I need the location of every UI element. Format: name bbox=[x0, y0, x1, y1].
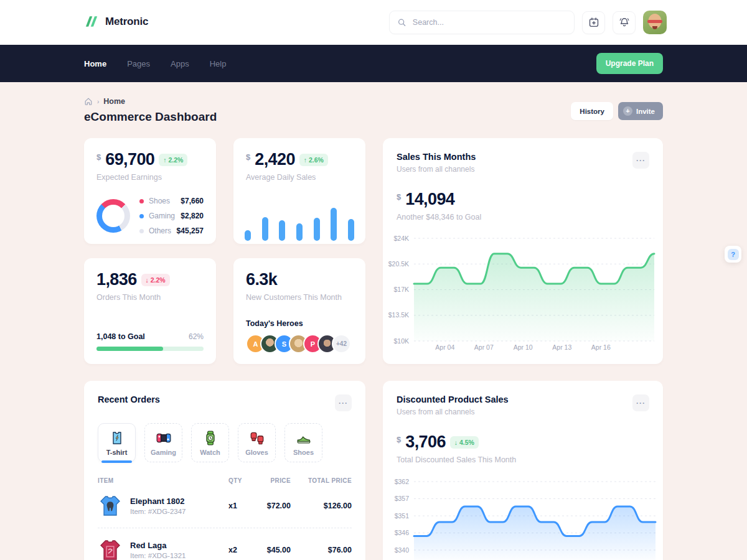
gaming-console-icon bbox=[156, 430, 172, 446]
delta-up-icon: ↑ bbox=[163, 156, 166, 164]
svg-text:$20.5K: $20.5K bbox=[388, 260, 409, 268]
cell-qty: x2 bbox=[216, 546, 247, 554]
blue-tshirt-thumbnail bbox=[98, 493, 123, 518]
avatar-glasses bbox=[647, 20, 662, 23]
card-menu-button[interactable]: ··· bbox=[335, 394, 352, 411]
metronic-logo-icon bbox=[84, 14, 100, 29]
svg-text:$346: $346 bbox=[395, 529, 410, 536]
tab-gaming[interactable]: Gaming bbox=[144, 423, 182, 462]
user-avatar[interactable] bbox=[643, 11, 667, 34]
tab-watch[interactable]: Watch bbox=[191, 423, 229, 462]
svg-text:$351: $351 bbox=[395, 512, 410, 520]
goal-label: 1,048 to Goal bbox=[96, 332, 145, 341]
customers-value: 6.3k bbox=[246, 271, 277, 288]
item-number: Item: #XDG-2347 bbox=[130, 508, 186, 515]
hero-avatar-more[interactable]: +42 bbox=[332, 334, 351, 353]
column-item: ITEM bbox=[98, 477, 216, 484]
invite-button[interactable]: + Invite bbox=[618, 102, 663, 120]
nav-item-pages[interactable]: Pages bbox=[127, 59, 150, 68]
earnings-donut-chart bbox=[96, 199, 130, 233]
svg-text:$24K: $24K bbox=[393, 235, 409, 242]
tab-shoes[interactable]: Shoes bbox=[284, 423, 322, 462]
breadcrumb-home[interactable]: Home bbox=[103, 97, 125, 106]
orders-value: 1,836 bbox=[96, 271, 137, 288]
svg-text:$13.5K: $13.5K bbox=[388, 311, 409, 319]
svg-text:$357: $357 bbox=[395, 495, 410, 502]
delta-value: 2.2% bbox=[168, 156, 183, 164]
orders-label: Orders This Month bbox=[96, 293, 204, 302]
column-total: TOTAL PRICE bbox=[291, 477, 352, 484]
svg-text:Apr 13: Apr 13 bbox=[552, 343, 571, 351]
discounted-label: Total Discounted Sales This Month bbox=[397, 455, 649, 464]
earnings-legend: Shoes $7,660 Gaming $2,820 Others $45,25… bbox=[139, 197, 204, 235]
sales-goal-text: Another $48,346 to Goal bbox=[397, 213, 649, 222]
legend-name: Gaming bbox=[149, 212, 181, 220]
legend-value: $2,820 bbox=[181, 212, 204, 220]
nav-item-home[interactable]: Home bbox=[84, 59, 106, 68]
upgrade-plan-button[interactable]: Upgrade Plan bbox=[596, 53, 663, 74]
sales-value: 14,094 bbox=[405, 190, 454, 208]
legend-dot bbox=[139, 214, 144, 218]
cell-total: $126.00 bbox=[291, 502, 352, 510]
recent-orders-card: Recent Orders ··· T-shirt Gaming bbox=[84, 381, 365, 560]
heroes-avatar-group: A S P +42 bbox=[246, 334, 351, 353]
card-menu-button[interactable]: ··· bbox=[632, 152, 649, 169]
card-title: Recent Orders bbox=[98, 394, 160, 404]
card-menu-button[interactable]: ··· bbox=[632, 394, 649, 411]
legend-name: Others bbox=[149, 226, 177, 235]
svg-text:Apr 16: Apr 16 bbox=[591, 343, 611, 351]
legend-dot bbox=[139, 229, 144, 233]
svg-text:Apr 07: Apr 07 bbox=[474, 343, 494, 351]
svg-text:$362: $362 bbox=[395, 478, 410, 485]
invite-label: Invite bbox=[636, 108, 655, 115]
brand-logo[interactable]: Metronic bbox=[84, 14, 148, 29]
tab-tshirt[interactable]: T-shirt bbox=[98, 423, 136, 462]
daily-sales-value: 2,420 bbox=[255, 151, 295, 168]
expected-earnings-label: Expected Earnings bbox=[96, 173, 204, 182]
svg-text:$340: $340 bbox=[395, 546, 410, 554]
column-price: PRICE bbox=[247, 477, 291, 484]
card-title: Sales This Months bbox=[397, 152, 476, 162]
card-header: Sales This Months Users from all channel… bbox=[397, 152, 649, 174]
column-qty: QTY bbox=[216, 477, 247, 484]
expected-earnings-card: $ 69,700 ↑ 2.2% Expected Earnings Shoes … bbox=[84, 138, 216, 244]
legend-row-others: Others $45,257 bbox=[139, 226, 204, 235]
item-name[interactable]: Elephant 1802 bbox=[130, 497, 186, 506]
sales-line-chart: $24K$20.5K$17K$13.5K$10KApr 04Apr 07Apr … bbox=[383, 231, 663, 362]
notifications-button[interactable] bbox=[613, 11, 636, 34]
customers-stat: 6.3k bbox=[246, 271, 353, 288]
daily-sales-bar-chart bbox=[245, 206, 354, 241]
legend-dot bbox=[139, 199, 144, 203]
search-icon bbox=[398, 18, 406, 27]
discounted-sales-card: Discounted Product Sales Users from all … bbox=[383, 381, 663, 560]
search-input[interactable] bbox=[411, 17, 566, 27]
nav-item-apps[interactable]: Apps bbox=[171, 59, 189, 68]
item-cell: Red Laga Item: #XDG-1321 bbox=[98, 538, 216, 560]
red-tshirt-thumbnail bbox=[98, 538, 123, 560]
expected-earnings-value: 69,700 bbox=[105, 151, 154, 168]
delta-value: 2.6% bbox=[309, 156, 324, 164]
history-button[interactable]: History bbox=[571, 102, 613, 120]
legend-value: $45,257 bbox=[177, 226, 204, 235]
discounted-value: 3,706 bbox=[405, 433, 446, 450]
item-number: Item: #XDG-1321 bbox=[130, 552, 186, 559]
item-name[interactable]: Red Laga bbox=[130, 541, 186, 550]
delta-badge: ↓ 2.2% bbox=[141, 274, 170, 286]
help-floating-button[interactable]: ? bbox=[725, 246, 741, 263]
cell-price: $45.00 bbox=[247, 546, 291, 554]
card-subtitle: Users from all channels bbox=[397, 165, 476, 174]
earnings-breakdown: Shoes $7,660 Gaming $2,820 Others $45,25… bbox=[96, 197, 204, 235]
calendar-add-button[interactable] bbox=[582, 11, 605, 34]
delta-badge: ↑ 2.6% bbox=[299, 154, 328, 166]
goal-progress-track bbox=[96, 347, 204, 351]
home-icon[interactable] bbox=[84, 97, 93, 106]
breadcrumb-separator: › bbox=[97, 98, 99, 105]
search-box[interactable] bbox=[389, 11, 575, 34]
table-row: Red Laga Item: #XDG-1321 x2 $45.00 $76.0… bbox=[98, 538, 352, 560]
currency-sign: $ bbox=[397, 435, 401, 444]
nav-item-help[interactable]: Help bbox=[210, 59, 227, 68]
page-title: eCommerce Dashboard bbox=[84, 110, 217, 124]
ecommerce-dashboard-page: Metronic bbox=[0, 0, 747, 560]
tshirt-icon bbox=[109, 430, 125, 446]
tab-gloves[interactable]: Gloves bbox=[238, 423, 276, 462]
